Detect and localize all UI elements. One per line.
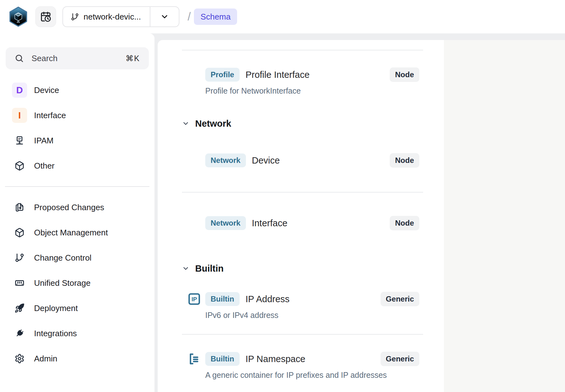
schema-row-device[interactable]: NetworkDeviceNode xyxy=(182,130,423,192)
letter-i-icon: I xyxy=(12,108,27,123)
sidebar-item-icon-slot xyxy=(12,200,27,215)
schema-row-ip-namespace[interactable]: BuiltinIP NamespaceGenericA generic cont… xyxy=(182,335,423,392)
sidebar-item-icon-slot: IP xyxy=(12,133,27,148)
calendar-clock-icon xyxy=(40,11,51,22)
branch-selector[interactable]: network-devic... xyxy=(62,6,179,27)
schema-row-ip-address[interactable]: IP BuiltinIP AddressGenericIPv6 or IPv4 … xyxy=(182,275,423,334)
sidebar-item-label: Object Management xyxy=(34,228,108,238)
sidebar-item-icon-slot xyxy=(12,250,27,265)
git-branch-icon xyxy=(15,253,25,263)
sidebar-item-label: Change Control xyxy=(34,253,91,263)
search-shortcut: ⌘K xyxy=(125,54,140,63)
sidebar-item-label: Proposed Changes xyxy=(34,203,104,212)
chevron-down-small-icon xyxy=(182,120,189,127)
namespace-badge: Network xyxy=(205,153,246,167)
schema-row-profile-interface[interactable]: ProfileProfile InterfaceNodeProfile for … xyxy=(182,50,423,110)
sidebar-divider xyxy=(5,186,149,187)
schema-row-title: IP Address xyxy=(246,294,290,304)
sidebar-item-interface[interactable]: IInterface xyxy=(0,103,154,128)
sidebar-item-label: Deployment xyxy=(34,303,78,313)
sidebar-secondary-list: Proposed Changes Object Management Chang… xyxy=(0,195,154,371)
schema-row-title: Profile Interface xyxy=(246,70,310,80)
sidebar-item-label: Device xyxy=(34,85,59,95)
proposed-changes-icon xyxy=(15,202,25,212)
chevron-down-icon xyxy=(160,12,169,21)
sidebar-item-icon-slot xyxy=(12,275,27,291)
section-toggle-builtin[interactable]: Builtin xyxy=(182,262,423,275)
sidebar-item-icon-slot xyxy=(12,158,27,173)
search-input[interactable]: Search ⌘K xyxy=(6,47,149,69)
sidebar-item-icon-slot xyxy=(12,301,27,316)
sidebar-item-icon-slot xyxy=(12,225,27,240)
sidebar-item-icon-slot xyxy=(12,351,27,366)
ip-namespace-icon xyxy=(187,352,201,366)
main-content: ProfileProfile InterfaceNodeProfile for … xyxy=(158,40,565,392)
sidebar-primary-list: DDeviceIInterface IP IPAM Other xyxy=(0,78,154,178)
schema-row-title: Device xyxy=(252,155,280,166)
namespace-badge: Builtin xyxy=(205,352,240,366)
kind-badge: Node xyxy=(390,153,419,168)
timeline-button[interactable] xyxy=(35,6,56,27)
namespace-badge: Builtin xyxy=(205,292,240,306)
sidebar-item-icon-slot xyxy=(12,326,27,341)
sidebar-item-deployment[interactable]: Deployment xyxy=(0,296,154,321)
sidebar-item-label: IPAM xyxy=(34,136,54,146)
namespace-badge: Profile xyxy=(205,68,240,82)
namespace-badge: Network xyxy=(205,216,246,230)
schema-list: ProfileProfile InterfaceNodeProfile for … xyxy=(158,40,444,392)
rocket-icon xyxy=(15,303,25,313)
schema-row-main: NetworkDeviceNode xyxy=(205,153,419,168)
search-icon xyxy=(15,54,24,63)
cube-icon xyxy=(15,161,25,171)
schema-row-description: IPv6 or IPv4 address xyxy=(205,310,419,320)
sidebar-item-integrations[interactable]: Integrations xyxy=(0,321,154,346)
schema-row-interface[interactable]: NetworkInterfaceNode xyxy=(182,193,423,255)
branch-selector-caret[interactable] xyxy=(150,7,179,26)
schema-row-title: Interface xyxy=(252,218,288,228)
svg-text:IP: IP xyxy=(18,137,21,141)
infrahub-logo-icon xyxy=(9,6,27,27)
section-title: Builtin xyxy=(195,263,224,274)
sidebar-item-admin[interactable]: Admin xyxy=(0,346,154,371)
sidebar-item-unified-storage[interactable]: Unified Storage xyxy=(0,270,154,296)
schema-list-pane: ProfileProfile InterfaceNodeProfile for … xyxy=(158,40,444,392)
clipped-row-divider xyxy=(182,40,423,50)
branch-name: network-devic... xyxy=(84,12,141,22)
sidebar-item-label: Admin xyxy=(34,354,57,364)
schema-row-title: IP Namespace xyxy=(246,354,306,364)
kind-badge: Generic xyxy=(381,352,419,366)
kind-badge: Node xyxy=(390,216,419,230)
sidebar-item-proposed-changes[interactable]: Proposed Changes xyxy=(0,195,154,220)
chevron-down-small-icon xyxy=(182,265,189,272)
sidebar: Search ⌘K DDeviceIInterface IP IPAM Othe… xyxy=(0,33,154,392)
app-header: network-devic... / Schema xyxy=(0,0,565,33)
gear-icon xyxy=(15,354,25,364)
kind-badge: Generic xyxy=(381,292,419,306)
sidebar-item-device[interactable]: DDevice xyxy=(0,78,154,103)
sidebar-item-object-management[interactable]: Object Management xyxy=(0,220,154,245)
schema-row-main: BuiltinIP NamespaceGeneric xyxy=(205,351,419,367)
storage-icon xyxy=(15,278,25,288)
sidebar-item-icon-slot: D xyxy=(12,83,27,98)
schema-row-description: Profile for NetworkInterface xyxy=(205,86,419,96)
schema-detail-pane xyxy=(444,40,565,392)
schema-row-main: IP BuiltinIP AddressGeneric xyxy=(205,291,419,307)
schema-row-main: NetworkInterfaceNode xyxy=(205,215,419,231)
sidebar-item-ipam[interactable]: IP IPAM xyxy=(0,128,154,153)
breadcrumb-schema[interactable]: Schema xyxy=(194,9,237,25)
svg-text:IP: IP xyxy=(191,296,197,303)
sidebar-item-label: Integrations xyxy=(34,329,77,338)
sidebar-item-change-control[interactable]: Change Control xyxy=(0,245,154,270)
sidebar-item-label: Unified Storage xyxy=(34,278,90,288)
section-toggle-network[interactable]: Network xyxy=(182,117,423,130)
search-placeholder: Search xyxy=(32,54,118,63)
plug-icon xyxy=(15,328,25,338)
sidebar-item-other[interactable]: Other xyxy=(0,153,154,178)
letter-d-icon: D xyxy=(12,83,27,98)
sidebar-item-icon-slot: I xyxy=(12,108,27,123)
git-branch-icon xyxy=(71,13,79,21)
section-title: Network xyxy=(195,118,231,129)
cube-icon xyxy=(15,228,25,238)
sidebar-item-label: Other xyxy=(34,161,55,171)
schema-row-main: ProfileProfile InterfaceNode xyxy=(205,67,419,83)
